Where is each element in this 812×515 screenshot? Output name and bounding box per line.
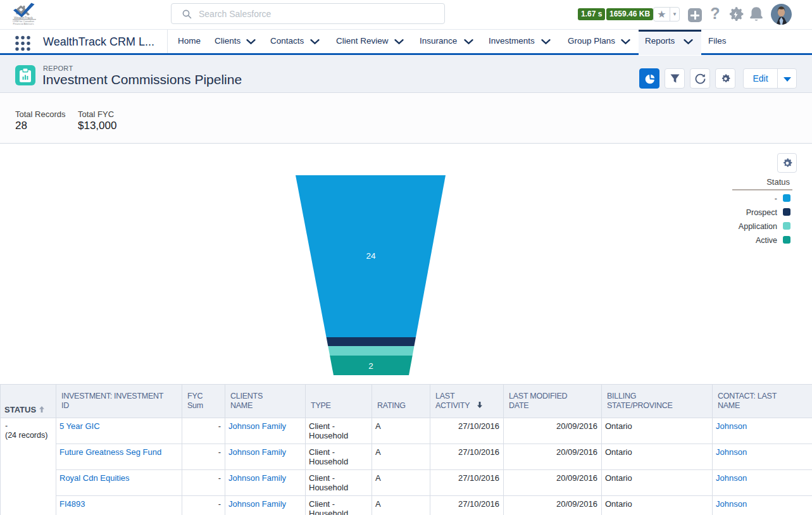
svg-text:Financial Advisors: Financial Advisors (13, 22, 34, 25)
svg-text:WealthTrack: WealthTrack (14, 16, 33, 20)
svg-text:24: 24 (366, 251, 376, 261)
svg-text:2: 2 (368, 361, 373, 371)
